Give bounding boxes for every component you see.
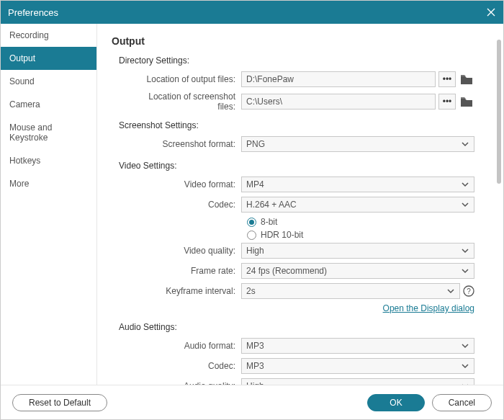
row-keyframe-interval: Keyframe interval: 2s ? — [133, 283, 474, 299]
open-screenshot-folder-button[interactable] — [459, 94, 474, 110]
body: Recording Output Sound Camera Mouse and … — [1, 24, 503, 385]
audio-codec-value: MP3 — [246, 361, 461, 371]
chevron-down-icon — [461, 362, 469, 370]
sidebar-item-mouse-keystroke[interactable]: Mouse and Keystroke — [1, 116, 96, 149]
output-location-input[interactable] — [241, 71, 436, 87]
content: Output Directory Settings: Location of o… — [97, 24, 495, 385]
chevron-down-icon — [461, 140, 469, 148]
close-icon[interactable] — [486, 7, 496, 17]
row-screenshot-location: Location of screenshot files: ••• — [133, 91, 474, 112]
keyframe-interval-select[interactable]: 2s — [241, 283, 460, 299]
radio-8bit[interactable]: 8-bit — [247, 217, 474, 227]
label-output-location: Location of output files: — [133, 74, 241, 84]
folder-icon — [461, 75, 472, 84]
audio-quality-value: High — [246, 381, 461, 385]
sidebar-item-camera[interactable]: Camera — [1, 93, 96, 116]
screenshot-format-value: PNG — [246, 139, 461, 149]
sidebar-item-sound[interactable]: Sound — [1, 70, 96, 93]
chevron-down-icon — [461, 341, 469, 350]
footer: Reset to Default OK Cancel — [1, 385, 503, 419]
chevron-down-icon — [446, 287, 455, 295]
sidebar: Recording Output Sound Camera Mouse and … — [1, 24, 97, 385]
section-directory-title: Directory Settings: — [119, 55, 474, 66]
row-audio-codec: Codec: MP3 — [133, 358, 474, 374]
frame-rate-value: 24 fps (Recommend) — [246, 266, 461, 276]
preferences-window: Preferences Recording Output Sound Camer… — [0, 0, 504, 420]
frame-rate-select[interactable]: 24 fps (Recommend) — [241, 263, 474, 279]
audio-codec-select[interactable]: MP3 — [241, 358, 474, 374]
label-audio-format: Audio format: — [133, 341, 241, 351]
radio-hdr-label: HDR 10-bit — [261, 230, 303, 240]
chevron-down-icon — [461, 382, 469, 385]
label-video-format: Video format: — [133, 179, 241, 189]
sidebar-item-recording[interactable]: Recording — [1, 24, 96, 47]
browse-screenshot-button[interactable]: ••• — [438, 94, 456, 110]
ellipsis-icon: ••• — [443, 74, 452, 84]
label-screenshot-location: Location of screenshot files: — [133, 91, 241, 112]
row-frame-rate: Frame rate: 24 fps (Recommend) — [133, 263, 474, 279]
cancel-button[interactable]: Cancel — [432, 394, 492, 411]
chevron-down-icon — [461, 200, 469, 209]
keyframe-interval-value: 2s — [246, 286, 446, 296]
screenshot-format-select[interactable]: PNG — [241, 136, 474, 152]
label-audio-quality: Audio quality: — [133, 381, 241, 385]
browse-output-button[interactable]: ••• — [438, 71, 456, 87]
row-video-quality: Video quality: High — [133, 243, 474, 259]
folder-icon — [461, 97, 472, 107]
video-format-value: MP4 — [246, 179, 461, 189]
ok-button[interactable]: OK — [367, 394, 424, 411]
label-screenshot-format: Screenshot format: — [133, 139, 241, 149]
label-keyframe-interval: Keyframe interval: — [133, 286, 241, 296]
video-quality-select[interactable]: High — [241, 243, 474, 259]
row-screenshot-format: Screenshot format: PNG — [133, 136, 474, 152]
radio-8bit-label: 8-bit — [261, 217, 277, 227]
open-display-dialog-link[interactable]: Open the Display dialog — [383, 303, 474, 313]
video-quality-value: High — [246, 246, 461, 256]
audio-format-value: MP3 — [246, 341, 461, 351]
radio-hdr10bit[interactable]: HDR 10-bit — [247, 230, 474, 240]
reset-to-default-button[interactable]: Reset to Default — [12, 394, 107, 411]
section-screenshot-title: Screenshot Settings: — [119, 120, 474, 130]
page-title: Output — [112, 35, 474, 47]
chevron-down-icon — [461, 180, 469, 189]
radio-icon — [247, 231, 256, 240]
label-frame-rate: Frame rate: — [133, 266, 241, 276]
video-format-select[interactable]: MP4 — [241, 177, 474, 192]
open-output-folder-button[interactable] — [459, 71, 474, 87]
audio-quality-select[interactable]: High — [241, 378, 474, 385]
section-video-title: Video Settings: — [119, 161, 474, 171]
row-audio-quality: Audio quality: High — [133, 378, 474, 385]
row-video-format: Video format: MP4 — [133, 177, 474, 192]
svg-text:?: ? — [467, 287, 471, 295]
titlebar: Preferences — [1, 1, 503, 24]
label-video-quality: Video quality: — [133, 246, 241, 256]
row-audio-format: Audio format: MP3 — [133, 338, 474, 354]
audio-format-select[interactable]: MP3 — [241, 338, 474, 354]
window-title: Preferences — [8, 7, 486, 18]
scrollbar[interactable] — [496, 28, 502, 380]
chevron-down-icon — [461, 246, 469, 255]
ellipsis-icon: ••• — [443, 97, 452, 107]
row-output-location: Location of output files: ••• — [133, 71, 474, 87]
row-video-codec: Codec: H.264 + AAC — [133, 197, 474, 213]
help-icon[interactable]: ? — [463, 285, 474, 297]
screenshot-location-input[interactable] — [241, 94, 436, 110]
radio-icon — [247, 218, 256, 227]
sidebar-item-output[interactable]: Output — [1, 47, 96, 70]
label-audio-codec: Codec: — [133, 361, 241, 371]
label-video-codec: Codec: — [133, 200, 241, 210]
main: Output Directory Settings: Location of o… — [97, 24, 503, 385]
sidebar-item-more[interactable]: More — [1, 172, 96, 195]
video-codec-select[interactable]: H.264 + AAC — [241, 197, 474, 213]
display-dialog-link-row: Open the Display dialog — [133, 303, 474, 313]
section-audio-title: Audio Settings: — [119, 322, 474, 332]
sidebar-item-hotkeys[interactable]: Hotkeys — [1, 149, 96, 172]
video-codec-value: H.264 + AAC — [246, 200, 461, 210]
scrollbar-thumb[interactable] — [497, 40, 501, 184]
chevron-down-icon — [461, 267, 469, 275]
